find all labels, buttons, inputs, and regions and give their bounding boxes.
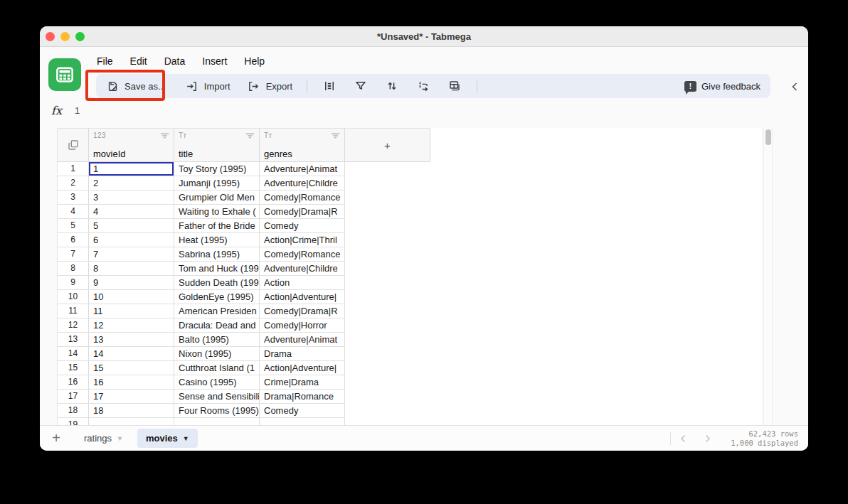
cell-movieId[interactable]: 3 [89,191,174,205]
give-feedback-button[interactable]: ! Give feedback [684,81,760,92]
scrollbar-thumb[interactable] [765,129,771,145]
next-page-button[interactable] [695,434,719,443]
cell-title[interactable] [174,418,260,425]
row-number[interactable]: 10 [57,290,89,304]
cell-title[interactable]: Grumpier Old Men [174,191,260,205]
cell-genres[interactable]: Action|Adventure| [260,361,345,375]
cell-movieId[interactable]: 16 [89,375,174,390]
menu-file[interactable]: File [97,53,113,69]
add-sheet-button[interactable]: + [48,430,64,446]
cell-movieId[interactable]: 2 [89,176,174,191]
cell-movieId[interactable]: 11 [89,304,174,318]
cell-movieId[interactable]: 5 [89,219,174,233]
cell-movieId[interactable]: 13 [89,333,174,347]
cell-genres[interactable] [260,418,345,425]
menu-data[interactable]: Data [164,53,186,69]
sort-icon[interactable] [384,78,400,94]
cell-movieId[interactable]: 8 [89,262,174,276]
row-number[interactable]: 12 [57,318,89,333]
cell-title[interactable]: Balto (1995) [174,333,260,347]
column-filter-icon[interactable] [160,132,169,139]
menu-edit[interactable]: Edit [130,53,147,69]
select-all-cell[interactable] [57,128,89,162]
column-filter-icon[interactable] [245,132,255,139]
sheet-tab-movies[interactable]: movies ▼ [137,429,198,448]
cell-movieId[interactable]: 15 [89,361,174,375]
cell-title[interactable]: Heat (1995) [174,233,260,247]
cell-movieId[interactable]: 18 [89,404,174,418]
cell-genres[interactable]: Comedy|Horror [260,318,345,333]
chevron-down-icon[interactable]: ▼ [117,435,123,442]
cell-movieId[interactable]: 12 [89,318,174,333]
row-number[interactable]: 15 [57,361,89,375]
row-number[interactable]: 5 [57,219,89,233]
column-filter-icon[interactable] [331,132,340,139]
cell-genres[interactable]: Comedy|Drama|R [260,304,345,318]
row-number[interactable]: 17 [57,390,89,404]
row-number[interactable]: 4 [57,205,89,219]
transform-icon[interactable] [415,78,431,94]
add-column-button[interactable]: + [345,128,430,162]
cell-movieId[interactable]: 9 [89,276,174,290]
column-header-movieId[interactable]: 123 movieId [89,128,174,162]
layout-icon[interactable] [447,78,462,94]
cell-genres[interactable]: Adventure|Childre [260,262,345,276]
cell-title[interactable]: GoldenEye (1995) [174,290,260,304]
cell-title[interactable]: American Presiden [174,304,260,318]
formula-bar[interactable]: fx 1 [51,101,80,119]
cell-title[interactable]: Sabrina (1995) [174,247,260,262]
cell-genres[interactable]: Comedy|Romance [260,191,345,205]
cell-title[interactable]: Sudden Death (199 [174,276,260,290]
cell-genres[interactable]: Adventure|Childre [260,176,345,191]
cell-genres[interactable]: Adventure|Animat [260,333,345,347]
cell-title[interactable]: Four Rooms (1995) [174,404,260,418]
collapse-toolbar-button[interactable] [788,80,801,93]
row-number[interactable]: 13 [57,333,89,347]
cell-genres[interactable]: Action [260,276,345,290]
prev-page-button[interactable] [671,434,695,443]
cell-genres[interactable]: Crime|Drama [260,375,345,390]
cell-genres[interactable]: Comedy [260,404,345,418]
filter-icon[interactable] [353,78,369,94]
cell-genres[interactable]: Drama|Romance [260,390,345,404]
column-header-title[interactable]: Tᴛ title [174,128,260,162]
row-number[interactable]: 11 [57,304,89,318]
cell-genres[interactable]: Comedy|Romance [260,247,345,262]
cell-title[interactable]: Waiting to Exhale ( [174,205,260,219]
cell-movieId[interactable]: 7 [89,247,174,262]
sheet-tab-ratings[interactable]: ratings ▼ [75,429,132,448]
row-number[interactable]: 19 [57,418,89,425]
cell-title[interactable]: Tom and Huck (199 [174,262,260,276]
cell-title[interactable]: Jumanji (1995) [174,176,260,191]
vertical-scrollbar[interactable] [763,128,773,425]
cell-title[interactable]: Nixon (1995) [174,347,260,361]
column-header-genres[interactable]: Tᴛ genres [260,128,345,162]
row-number[interactable]: 9 [57,276,89,290]
row-number[interactable]: 1 [57,162,89,176]
row-number[interactable]: 2 [57,176,89,191]
menu-insert[interactable]: Insert [202,53,227,69]
menu-help[interactable]: Help [244,53,265,69]
row-number[interactable]: 3 [57,191,89,205]
cell-genres[interactable]: Comedy [260,219,345,233]
cell-genres[interactable]: Action|Crime|Thril [260,233,345,247]
row-number[interactable]: 14 [57,347,89,361]
cell-movieId[interactable]: 17 [89,390,174,404]
row-number[interactable]: 18 [57,404,89,418]
import-button[interactable]: Import [184,78,230,94]
cell-genres[interactable]: Comedy|Drama|R [260,205,345,219]
cell-genres[interactable]: Adventure|Animat [260,162,345,176]
cell-title[interactable]: Sense and Sensibili [174,390,260,404]
export-button[interactable]: Export [246,78,293,94]
cell-title[interactable]: Casino (1995) [174,375,260,390]
chevron-down-icon[interactable]: ▼ [183,435,189,442]
cell-title[interactable]: Father of the Bride [174,219,260,233]
cell-genres[interactable]: Action|Adventure| [260,290,345,304]
cell-genres[interactable]: Drama [260,347,345,361]
row-number[interactable]: 6 [57,233,89,247]
cell-title[interactable]: Cutthroat Island (1 [174,361,260,375]
cell-title[interactable]: Dracula: Dead and [174,318,260,333]
row-number[interactable]: 8 [57,262,89,276]
cell-movieId[interactable] [89,418,174,425]
column-width-icon[interactable] [322,78,337,94]
